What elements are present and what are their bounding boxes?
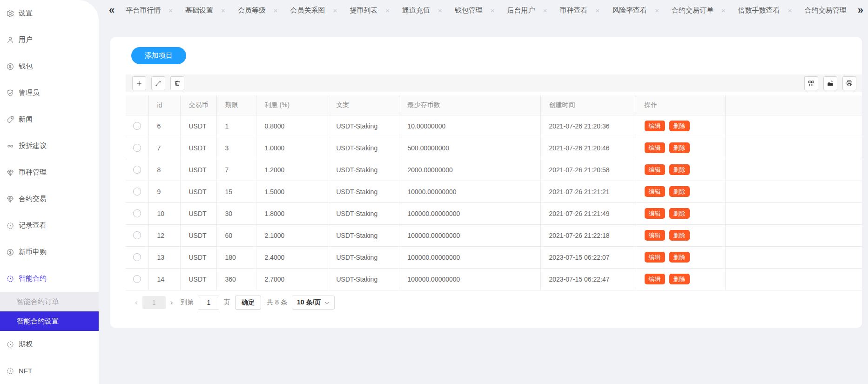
tab-label: 合约交易订单 <box>672 6 713 15</box>
tab-close-icon[interactable]: × <box>595 7 599 14</box>
delete-button[interactable]: 删除 <box>669 274 690 284</box>
delete-button[interactable]: 删除 <box>669 142 690 153</box>
current-page[interactable]: 1 <box>142 296 166 309</box>
cell-created-at: 2023-07-15 06:22:47 <box>540 268 636 290</box>
data-table: id 交易币 期限 利息 (%) 文案 最少存币数 创建时间 操作 6 USDT… <box>126 95 862 290</box>
tab-close-icon[interactable]: × <box>333 7 337 14</box>
table-row: 9 USDT 15 1.5000 USDT-Staking 10000.0000… <box>126 181 862 202</box>
cell-id: 12 <box>148 224 180 246</box>
tab-label: 后台用户 <box>507 6 535 15</box>
row-radio[interactable] <box>133 166 141 174</box>
tab-close-icon[interactable]: × <box>168 7 173 14</box>
add-project-button[interactable]: 添加项目 <box>131 47 186 64</box>
tab[interactable]: 币种查看× <box>559 6 599 15</box>
col-min-deposit: 最少存币数 <box>399 95 540 115</box>
delete-button[interactable]: 删除 <box>669 252 690 263</box>
tab[interactable]: 倍数手数查看× <box>738 6 792 15</box>
tabs-scroll-left-button[interactable]: « <box>99 0 120 20</box>
sidebar-item[interactable]: 合约交易 <box>0 186 99 212</box>
tab-close-icon[interactable]: × <box>438 7 442 14</box>
row-radio[interactable] <box>133 188 141 195</box>
sidebar-item[interactable]: 用户 <box>0 27 99 53</box>
tab[interactable]: 平台币行情× <box>126 6 173 15</box>
delete-row-button[interactable] <box>170 76 184 90</box>
sidebar-subitem[interactable]: 智能合约订单 <box>0 292 99 311</box>
sidebar-item[interactable]: 设置 <box>0 0 99 27</box>
export-button[interactable] <box>823 76 837 90</box>
tab-close-icon[interactable]: × <box>655 7 659 14</box>
prev-page-button[interactable]: ‹ <box>131 298 141 307</box>
sidebar-item[interactable]: 新币申购 <box>0 239 99 265</box>
sidebar-item[interactable]: 钱包 <box>0 53 99 80</box>
sidebar-item[interactable]: 期权 <box>0 331 99 357</box>
edit-button[interactable]: 编辑 <box>645 252 665 263</box>
delete-button[interactable]: 删除 <box>669 186 690 197</box>
row-radio[interactable] <box>133 209 141 217</box>
print-button[interactable] <box>842 76 856 90</box>
delete-button[interactable]: 删除 <box>669 230 690 241</box>
dollar-circle-icon <box>6 62 14 71</box>
delete-button[interactable]: 删除 <box>669 121 690 131</box>
row-radio[interactable] <box>133 144 141 152</box>
edit-button[interactable]: 编辑 <box>645 274 665 284</box>
tab[interactable]: 基础设置× <box>185 6 225 15</box>
col-interest: 利息 (%) <box>256 95 328 115</box>
sidebar-item[interactable]: 管理员 <box>0 80 99 106</box>
tab-close-icon[interactable]: × <box>543 7 547 14</box>
edit-button[interactable]: 编辑 <box>645 208 665 219</box>
tab[interactable]: 风险率查看× <box>612 6 659 15</box>
sidebar-item[interactable]: 智能合约 <box>0 265 99 292</box>
delete-button[interactable]: 删除 <box>669 164 690 175</box>
sidebar-subitem[interactable]: 智能合约设置 <box>0 311 99 331</box>
tab-close-icon[interactable]: × <box>274 7 278 14</box>
cell-empty <box>725 137 862 159</box>
goto-page-input[interactable] <box>198 296 219 310</box>
tab[interactable]: 合约交易订单× <box>672 6 726 15</box>
add-row-button[interactable] <box>132 76 146 90</box>
tab[interactable]: 后台用户× <box>507 6 547 15</box>
sidebar-item[interactable]: 币种管理 <box>0 159 99 186</box>
edit-button[interactable]: 编辑 <box>645 230 665 241</box>
tab[interactable]: 合约交易管理 <box>804 6 846 15</box>
dashed-circle-icon <box>6 222 14 230</box>
tab[interactable]: 会员关系图× <box>290 6 337 15</box>
sidebar-item[interactable]: 投拆建议 <box>0 133 99 159</box>
sidebar-item-label: 用户 <box>19 35 33 44</box>
row-radio[interactable] <box>133 275 141 283</box>
cell-text: USDT-Staking <box>328 246 399 268</box>
table-row: 13 USDT 180 2.4000 USDT-Staking 100000.0… <box>126 246 862 268</box>
dashed-circle-icon <box>6 367 14 375</box>
tab-close-icon[interactable]: × <box>221 7 225 14</box>
edit-button[interactable]: 编辑 <box>645 121 665 131</box>
next-page-button[interactable]: › <box>167 298 177 307</box>
tab-close-icon[interactable]: × <box>491 7 495 14</box>
sidebar-item[interactable]: NFT <box>0 357 99 384</box>
page-size-select[interactable]: 10 条/页 <box>292 296 335 310</box>
row-radio[interactable] <box>133 122 141 130</box>
tab[interactable]: 通道充值× <box>402 6 442 15</box>
row-radio[interactable] <box>133 231 141 239</box>
sidebar-item-label: 新闻 <box>19 115 33 124</box>
cell-text: USDT-Staking <box>328 202 399 224</box>
tab-close-icon[interactable]: × <box>721 7 726 14</box>
tab-close-icon[interactable]: × <box>385 7 390 14</box>
tab[interactable]: 钱包管理× <box>455 6 495 15</box>
edit-button[interactable]: 编辑 <box>645 186 665 197</box>
edit-button[interactable]: 编辑 <box>645 164 665 175</box>
tabs-scroll-right-button[interactable]: » <box>852 0 868 20</box>
tab[interactable]: 会员等级× <box>238 6 278 15</box>
filter-columns-button[interactable] <box>804 76 818 90</box>
row-radio[interactable] <box>133 253 141 261</box>
edit-row-button[interactable] <box>151 76 165 90</box>
cell-coin: USDT <box>180 224 216 246</box>
tab-close-icon[interactable]: × <box>788 7 792 14</box>
edit-button[interactable]: 编辑 <box>645 142 665 153</box>
sidebar-item[interactable]: 记录查看 <box>0 212 99 239</box>
cell-interest: 2.4000 <box>256 246 328 268</box>
cell-interest: 1.8000 <box>256 202 328 224</box>
cell-min-deposit: 500.00000000 <box>399 137 540 159</box>
confirm-button[interactable]: 确定 <box>235 296 261 310</box>
delete-button[interactable]: 删除 <box>669 208 690 219</box>
sidebar-item[interactable]: 新闻 <box>0 106 99 133</box>
tab[interactable]: 提币列表× <box>350 6 390 15</box>
